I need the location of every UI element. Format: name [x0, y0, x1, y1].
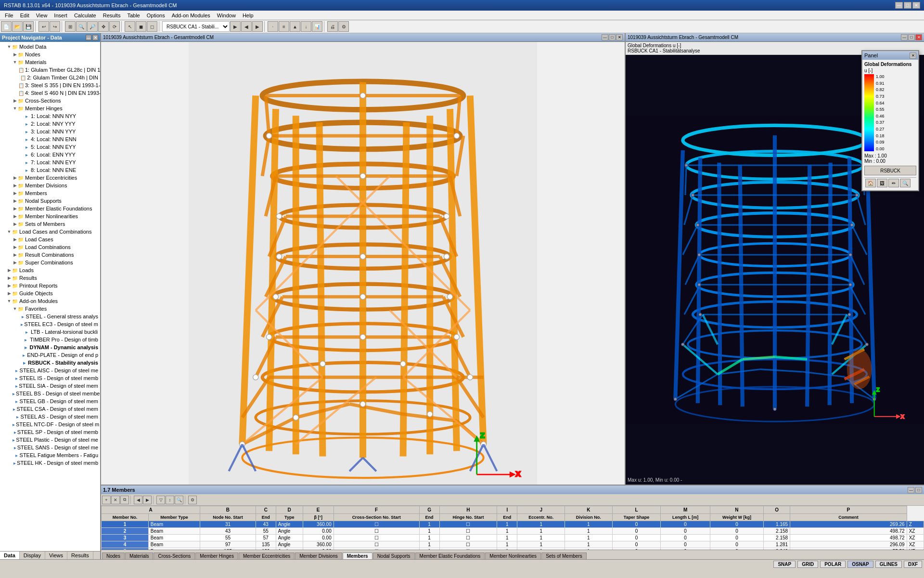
menu-table[interactable]: Table — [124, 12, 142, 19]
tab-member-ecc[interactable]: Member Eccentricities — [239, 552, 295, 559]
tree-super-combs[interactable]: ▶ 📁 Super Combinations — [1, 259, 99, 266]
col-header-H[interactable]: H — [439, 506, 497, 514]
dxf-btn[interactable]: DXF — [904, 561, 922, 568]
tree-mat-3[interactable]: 📋 3: Steel S 355 | DIN EN 1993-1- — [1, 81, 99, 89]
col-header-N[interactable]: N — [710, 506, 763, 514]
view-restore-btn[interactable]: □ — [609, 34, 616, 40]
col-header-P[interactable]: P — [790, 506, 907, 514]
tree-steel[interactable]: ▸ STEEL - General stress analys — [1, 313, 99, 320]
tree-rsbuck[interactable]: ▸ RSBUCK - Stability analysis — [1, 359, 99, 367]
tree-ltb[interactable]: ▸ LTB - Lateral-torsional buckli — [1, 328, 99, 336]
view-canvas-left[interactable]: X Z — [101, 42, 625, 485]
load-icon[interactable]: ↓ — [301, 21, 311, 32]
tab-data[interactable]: Data — [0, 552, 20, 559]
tree-nodes[interactable]: ▶ 📁 Nodes — [1, 51, 99, 58]
tree-hinge-5[interactable]: ▸ 5: Local: NNN EYY — [1, 143, 99, 151]
col-header-B[interactable]: B — [200, 506, 256, 514]
table-minimize[interactable]: — — [908, 487, 914, 493]
tree-results[interactable]: ▶ 📁 Results — [1, 274, 99, 282]
col-header-F[interactable]: F — [334, 506, 419, 514]
close-button[interactable]: ✕ — [912, 2, 920, 9]
tab-results[interactable]: Results — [67, 552, 93, 559]
tree-model-data[interactable]: ▼ 📁 Model Data — [1, 43, 99, 51]
tree-mat-1[interactable]: 📋 1: Glulam Timber GL28c | DIN 1 — [1, 66, 99, 74]
tree-materials[interactable]: ▼ 📁 Materials — [1, 58, 99, 66]
col-header-A[interactable]: A — [102, 506, 200, 514]
tab-member-div[interactable]: Member Divisions — [295, 552, 342, 559]
tree-steel-is[interactable]: ▸ STEEL IS - Design of steel memb — [1, 374, 99, 382]
tree-hinge-8[interactable]: ▸ 8: Local: NNN ENE — [1, 166, 99, 174]
tree-steel-plastic[interactable]: ▸ STEEL Plastic - Design of steel me — [1, 436, 99, 444]
menu-file[interactable]: File — [2, 12, 16, 19]
col-header-I[interactable]: I — [497, 506, 517, 514]
analysis-dropdown[interactable]: RSBUCK CA1 - Stabili... — [162, 21, 230, 32]
minimize-button[interactable]: — — [895, 2, 903, 9]
new-icon[interactable]: 📄 — [1, 21, 12, 32]
tree-end-plate[interactable]: ▸ END-PLATE - Design of end p — [1, 351, 99, 359]
grid-btn[interactable]: GRID — [797, 561, 818, 568]
tree-sets-members[interactable]: ▶ 📁 Sets of Members — [1, 220, 99, 228]
tree-result-combs[interactable]: ▶ 📁 Result Combinations — [1, 251, 99, 259]
support-icon[interactable]: ▲ — [290, 21, 300, 32]
rotate-icon[interactable]: ⟳ — [109, 21, 120, 32]
table-add-row[interactable]: + — [102, 496, 111, 504]
col-header-D[interactable]: D — [276, 506, 303, 514]
table-row[interactable]: 1 Beam 31 43 Angle 360.00 ☐ 1 ☐ 1 1 1 0 … — [102, 521, 924, 528]
table-content[interactable]: A B C D E F G H I J K L M — [101, 506, 924, 550]
popup-icon-3[interactable]: ✏ — [888, 179, 899, 187]
polar-btn[interactable]: POLAR — [820, 561, 846, 568]
table-duplicate[interactable]: ⧉ — [120, 496, 129, 504]
member-icon[interactable]: ≡ — [279, 21, 289, 32]
pan-icon[interactable]: ✥ — [98, 21, 109, 32]
table-prev[interactable]: ◀ — [134, 496, 142, 504]
tree-steel-sans[interactable]: ▸ STEEL SANS - Design of steel me — [1, 444, 99, 451]
view-minimize-btn[interactable]: — — [602, 34, 608, 40]
tree-member-hinges[interactable]: ▼ 📁 Member Hinges — [1, 105, 99, 112]
tree-hinge-4[interactable]: ▸ 4: Local: NNN ENN — [1, 135, 99, 143]
tree-hinge-2[interactable]: ▸ 2: Local: NNY YYY — [1, 120, 99, 128]
tab-elastic-found[interactable]: Member Elastic Foundations — [415, 552, 485, 559]
col-header-M[interactable]: M — [661, 506, 710, 514]
save-icon[interactable]: 💾 — [23, 21, 34, 32]
tree-steel-csa[interactable]: ▸ STEEL CSA - Design of steel mem — [1, 405, 99, 413]
popup-icon-1[interactable]: 🏠 — [865, 179, 876, 187]
zoom-out-icon[interactable]: 🔎 — [87, 21, 98, 32]
table-delete-row[interactable]: ✕ — [111, 496, 120, 504]
tree-dynam[interactable]: ▸ DYNAM - Dynamic analysis — [1, 343, 99, 351]
tree-addon[interactable]: ▼ 📁 Add-on Modules — [1, 297, 99, 305]
view-close-btn[interactable]: ✕ — [616, 34, 623, 40]
table-filter[interactable]: ▽ — [156, 496, 165, 504]
zoom-all-icon[interactable]: ⊞ — [65, 21, 76, 32]
rsbuck-button[interactable]: RSBUCK — [864, 166, 916, 175]
tree-timber[interactable]: ▸ TIMBER Pro - Design of timb — [1, 336, 99, 343]
col-header-L[interactable]: L — [612, 506, 661, 514]
result-icon[interactable]: 📊 — [312, 21, 322, 32]
maximize-button[interactable]: □ — [904, 2, 911, 9]
tree-guide[interactable]: ▶ 📁 Guide Objects — [1, 289, 99, 297]
table-search[interactable]: 🔍 — [175, 496, 183, 504]
tree-steel-bs[interactable]: ▸ STEEL BS - Design of steel membe — [1, 390, 99, 397]
menu-insert[interactable]: Insert — [51, 12, 70, 19]
tree-hinge-3[interactable]: ▸ 3: Local: NNN YYY — [1, 128, 99, 135]
table-restore[interactable]: □ — [915, 487, 922, 493]
col-header-K[interactable]: K — [565, 506, 613, 514]
next-icon[interactable]: ▶ — [252, 21, 263, 32]
tree-load-cases[interactable]: ▶ 📁 Load Cases — [1, 236, 99, 243]
col-header-O[interactable]: O — [764, 506, 790, 514]
tab-materials[interactable]: Materials — [125, 552, 154, 559]
tree-steel-as[interactable]: ▸ STEEL AS - Design of steel mem — [1, 413, 99, 420]
menu-edit[interactable]: Edit — [17, 12, 32, 19]
tree-steel-aisc[interactable]: ▸ STEEL AISC - Design of steel me — [1, 367, 99, 374]
settings-icon[interactable]: ⚙ — [338, 21, 349, 32]
menu-results[interactable]: Results — [100, 12, 124, 19]
tab-views[interactable]: Views — [45, 552, 67, 559]
tree-member-ecc[interactable]: ▶ 📁 Member Eccentricities — [1, 174, 99, 182]
table-row[interactable]: 3 Beam 55 57 Angle 0.00 ☐ 1 ☐ 1 1 1 0 0 … — [102, 535, 924, 541]
snap-btn[interactable]: SNAP — [773, 561, 796, 568]
table-sort[interactable]: ↕ — [166, 496, 174, 504]
tree-steel-hk[interactable]: ▸ STEEL HK - Design of steel memb — [1, 459, 99, 467]
table-row[interactable]: 4 Beam 97 135 Angle 360.00 ☐ 1 ☐ 1 1 1 0… — [102, 541, 924, 548]
col-header-G[interactable]: G — [419, 506, 439, 514]
popup-icon-2[interactable]: 🖼 — [877, 179, 887, 187]
tab-member-hinges[interactable]: Member Hinges — [195, 552, 238, 559]
